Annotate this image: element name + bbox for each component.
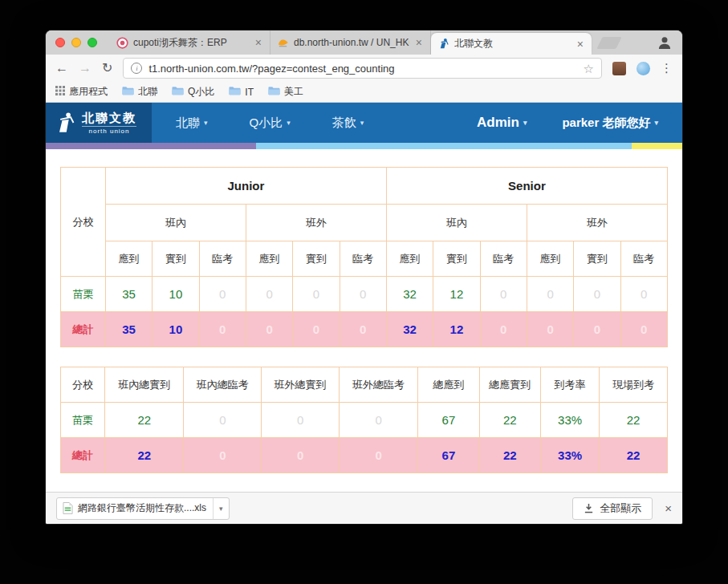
header-accent-stripe [46,143,682,149]
close-tab-icon[interactable]: × [254,37,263,48]
user-greeting: parker 老師您好 [562,116,650,131]
url-text[interactable]: t1.north-union.com.tw/?pagez=contest_eng… [148,63,576,75]
cell-value: 0 [293,277,340,312]
column-header: 到考率 [540,367,599,403]
total-value: 0 [527,312,573,347]
nav-label: 茶飲 [332,116,356,131]
branch-label: 苗栗 [61,277,106,312]
total-value: 0 [620,312,667,347]
cell-value: 10 [153,277,199,312]
bookmark-label: Q小比 [188,85,214,99]
corner-header: 分校 [61,168,106,277]
cell-value: 0 [527,277,573,312]
subgroup-header: 班外 [527,205,667,241]
show-all-downloads-button[interactable]: 全部顯示 [572,497,653,520]
window-controls [46,30,110,55]
bookmark-folder-it[interactable]: IT [229,86,254,98]
column-header: 總應到 [418,367,479,403]
subgroup-header: 班外 [246,205,386,241]
admin-menu[interactable]: Admin ▾ [477,115,527,131]
forward-button[interactable]: → [79,62,92,75]
file-options-caret-icon[interactable]: ▾ [213,498,229,519]
page-info-icon[interactable]: i [131,63,142,74]
bookmark-folder-art[interactable]: 美工 [268,85,303,99]
cell-value: 22 [479,403,540,438]
total-value: 0 [246,312,292,347]
cell-value: 0 [184,403,262,438]
downloaded-file-chip[interactable]: 網路銀行臺幣活期性存款....xls ▾ [56,497,230,520]
tab-north-union[interactable]: 北聯文教 × [431,33,592,55]
leaf-header: 實到 [293,241,340,277]
attendance-table: 分校 Junior Senior 班內 班外 班內 班外 應到 實到 臨考 應到… [60,167,668,347]
total-row: 總計 22 0 0 0 67 22 33% 22 [61,438,668,473]
site-logo[interactable]: 北聯文教 north union [46,103,152,143]
subgroup-header: 班內 [386,205,527,241]
downloaded-file-name: 網路銀行臺幣活期性存款....xls [73,501,213,515]
bookmark-label: 美工 [284,85,303,99]
cell-value: 35 [105,277,152,312]
bookmark-label: 北聯 [138,85,157,99]
site-logo-text: 北聯文教 north union [82,111,136,135]
cell-value: 12 [433,277,480,312]
cell-value: 22 [105,403,184,438]
tab-phpmyadmin[interactable]: db.north-union.tw / UN_HK0 × [270,30,431,55]
stripe-yellow [632,143,682,149]
folder-icon [122,86,134,98]
column-header: 班外總實到 [262,367,340,403]
site-title: 北聯文教 [82,111,136,126]
cell-value: 0 [199,277,246,312]
calligrapher-icon [54,112,76,134]
bookmark-star-icon[interactable]: ☆ [584,63,594,75]
bookmark-folder-north-union[interactable]: 北聯 [122,85,157,99]
caret-down-icon: ▾ [204,119,208,127]
close-download-bar-icon[interactable]: × [665,501,672,515]
close-tab-icon[interactable]: × [414,37,424,48]
total-label: 總計 [61,312,106,347]
download-icon [584,503,594,513]
total-value: 32 [386,312,433,347]
profile-icon[interactable] [657,34,673,51]
leaf-header: 臨考 [340,241,386,277]
subgroup-header: 班內 [105,205,246,241]
extension-icon[interactable] [612,62,626,75]
extension-icon-2[interactable] [636,62,650,75]
cell-value: 0 [339,403,417,438]
close-tab-icon[interactable]: × [575,39,585,50]
nav-item-tea[interactable]: 茶飲 ▾ [332,116,364,131]
nav-item-north-union[interactable]: 北聯 ▾ [176,116,208,131]
cell-value: 67 [418,403,479,438]
user-menu[interactable]: parker 老師您好 ▾ [562,116,658,131]
apps-shortcut[interactable]: 應用程式 [55,85,108,99]
group-header-senior: Senior [386,168,667,205]
nav-item-qxiaobi[interactable]: Q小比 ▾ [250,116,291,131]
browser-menu-icon[interactable]: ⋮ [661,61,673,75]
total-label: 總計 [61,438,105,473]
cell-value: 0 [246,277,292,312]
close-window-button[interactable] [55,38,65,47]
address-bar[interactable]: i t1.north-union.com.tw/?pagez=contest_e… [123,58,602,79]
bookmark-folder-qxiaobi[interactable]: Q小比 [172,85,214,99]
apps-grid-icon [55,86,65,98]
total-value: 22 [600,438,668,473]
new-tab-button[interactable] [596,37,621,49]
total-value: 0 [199,312,246,347]
page-content: 分校 Junior Senior 班內 班外 班內 班外 應到 實到 臨考 應到… [46,149,682,492]
leaf-header: 臨考 [620,241,667,277]
total-value: 22 [105,438,184,473]
leaf-header: 應到 [386,241,433,277]
bookmarks-bar: 應用程式 北聯 Q小比 IT 美工 [46,82,682,103]
leaf-header: 實到 [153,241,199,277]
phpmyadmin-icon [277,37,289,49]
group-header-junior: Junior [105,168,386,205]
reload-button[interactable]: ↻ [102,62,112,75]
caret-down-icon: ▾ [360,119,364,127]
tab-cupoti-erp[interactable]: cupoti沏禾舞茶：ERP × [110,30,270,55]
xls-file-icon [63,502,73,514]
total-value: 35 [105,312,152,347]
total-value: 67 [418,438,479,473]
zoom-window-button[interactable] [87,38,97,47]
total-value: 10 [153,312,199,347]
minimize-window-button[interactable] [71,38,81,47]
total-value: 0 [340,312,386,347]
back-button[interactable]: ← [55,62,68,75]
